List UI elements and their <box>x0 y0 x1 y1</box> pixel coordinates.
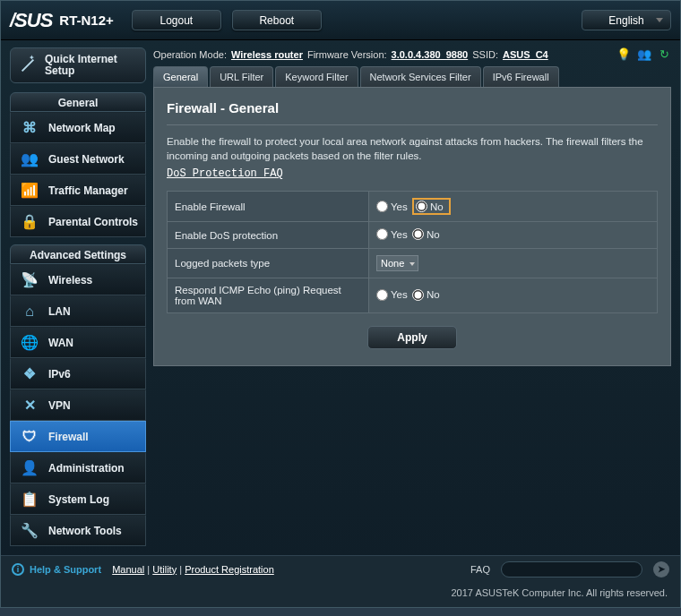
icmp-yes[interactable] <box>376 289 388 301</box>
guest-network-icon: 👥 <box>20 150 39 169</box>
ssid-link[interactable]: ASUS_C4 <box>503 49 548 60</box>
brand-logo: /SUS <box>10 9 52 32</box>
tab-ipv6-firewall[interactable]: IPv6 Firewall <box>483 66 559 87</box>
search-go-button[interactable]: ➤ <box>653 561 669 578</box>
sidebar-item-network-tools[interactable]: 🔧 Network Tools <box>10 515 146 546</box>
language-select[interactable]: English <box>582 10 671 30</box>
utility-link[interactable]: Utility <box>152 564 177 575</box>
sidebar: Quick Internet Setup General ⌘ Network M… <box>10 47 146 546</box>
content-area: Operation Mode: Wireless router Firmware… <box>153 47 671 366</box>
no-label: No <box>427 229 440 240</box>
footer-links: Manual | Utility | Product Registration <box>107 564 274 575</box>
fw-link[interactable]: 3.0.0.4.380_9880 <box>392 49 469 60</box>
sidebar-item-label: Guest Network <box>48 153 125 166</box>
sidebar-item-network-map[interactable]: ⌘ Network Map <box>10 112 146 143</box>
sidebar-item-vpn[interactable]: ✕ VPN <box>10 389 146 421</box>
sidebar-item-wan[interactable]: 🌐 WAN <box>10 327 146 358</box>
model-name: RT-N12+ <box>59 13 113 28</box>
sidebar-item-label: Administration <box>48 462 125 475</box>
icmp-echo-label: Respond ICMP Echo (ping) Request from WA… <box>168 278 369 313</box>
users-icon[interactable]: 👥 <box>637 47 651 61</box>
sidebar-item-administration[interactable]: 👤 Administration <box>10 452 146 483</box>
wan-icon: 🌐 <box>20 333 39 353</box>
sidebar-item-label: Network Map <box>48 122 116 134</box>
product-reg-link[interactable]: Product Registration <box>185 564 274 575</box>
tabs: General URL Filter Keyword Filter Networ… <box>153 66 671 88</box>
refresh-icon[interactable]: ↻ <box>658 47 671 61</box>
sidebar-item-label: VPN <box>48 399 71 412</box>
network-map-icon: ⌘ <box>20 118 39 138</box>
sidebar-item-system-log[interactable]: 📋 System Log <box>10 483 146 515</box>
sidebar-item-label: LAN <box>48 305 71 318</box>
tab-network-services-filter[interactable]: Network Services Filter <box>360 66 481 87</box>
panel-title: Firewall - General <box>167 100 658 125</box>
apply-button[interactable]: Apply <box>367 326 457 349</box>
header-bar: /SUS RT-N12+ Logout Reboot English <box>1 1 680 40</box>
enable-dos-label: Enable DoS protection <box>168 222 369 249</box>
help-support[interactable]: Help & Support <box>30 564 101 575</box>
sidebar-item-wireless[interactable]: 📡 Wireless <box>10 264 146 295</box>
panel-description: Enable the firewall to protect your loca… <box>167 134 658 163</box>
system-log-icon: 📋 <box>20 490 39 509</box>
sidebar-item-lan[interactable]: ⌂ LAN <box>10 295 146 327</box>
sidebar-item-label: WAN <box>48 337 73 349</box>
vpn-icon: ✕ <box>20 396 39 415</box>
sidebar-item-label: Network Tools <box>48 525 122 537</box>
section-advanced: Advanced Settings <box>10 244 146 264</box>
chevron-down-icon <box>656 18 663 22</box>
sidebar-item-label: Firewall <box>48 431 89 443</box>
administration-icon: 👤 <box>20 458 39 478</box>
sidebar-item-label: Traffic Manager <box>48 184 128 197</box>
faq-label: FAQ <box>470 564 490 575</box>
ipv6-icon: ❖ <box>20 364 39 384</box>
sidebar-item-firewall[interactable]: 🛡 Firewall <box>10 421 146 452</box>
enable-dos-no[interactable] <box>412 228 424 240</box>
info-bar: Operation Mode: Wireless router Firmware… <box>153 47 671 61</box>
wireless-icon: 📡 <box>20 270 39 290</box>
logout-button[interactable]: Logout <box>132 10 221 30</box>
enable-firewall-no[interactable] <box>416 201 427 212</box>
faq-search-input[interactable] <box>501 561 642 578</box>
tab-url-filter[interactable]: URL Filter <box>210 66 273 87</box>
sidebar-item-ipv6[interactable]: ❖ IPv6 <box>10 358 146 389</box>
sidebar-item-parental-controls[interactable]: 🔒 Parental Controls <box>10 206 146 237</box>
traffic-manager-icon: 📶 <box>20 181 39 201</box>
network-tools-icon: 🔧 <box>20 521 39 541</box>
lightbulb-icon[interactable]: 💡 <box>616 47 630 61</box>
quick-internet-setup[interactable]: Quick Internet Setup <box>10 47 146 83</box>
logged-packets-label: Logged packets type <box>168 249 369 278</box>
icmp-no[interactable] <box>412 289 424 301</box>
sidebar-item-label: Wireless <box>48 274 92 287</box>
tab-keyword-filter[interactable]: Keyword Filter <box>275 66 358 87</box>
yes-label: Yes <box>391 229 408 240</box>
sidebar-item-label: System Log <box>48 493 109 506</box>
opmode-link[interactable]: Wireless router <box>231 49 303 60</box>
settings-table: Enable Firewall Yes No Enable DoS protec… <box>167 191 658 313</box>
enable-dos-yes[interactable] <box>376 228 388 240</box>
lan-icon: ⌂ <box>20 302 39 321</box>
sidebar-item-label: Parental Controls <box>48 216 138 228</box>
parental-controls-icon: 🔒 <box>20 212 39 232</box>
ssid-label: SSID: <box>472 49 498 60</box>
sidebar-item-traffic-manager[interactable]: 📶 Traffic Manager <box>10 175 146 206</box>
language-label: English <box>608 14 643 27</box>
logged-packets-select[interactable]: None <box>376 255 418 271</box>
sidebar-item-label: IPv6 <box>48 368 71 381</box>
sidebar-item-guest-network[interactable]: 👥 Guest Network <box>10 143 146 175</box>
fw-label: Firmware Version: <box>307 49 387 60</box>
footer-bar: i Help & Support Manual | Utility | Prod… <box>1 555 680 582</box>
manual-link[interactable]: Manual <box>112 564 144 575</box>
enable-firewall-yes[interactable] <box>376 201 388 212</box>
section-general: General <box>10 92 146 112</box>
no-label: No <box>430 201 444 212</box>
yes-label: Yes <box>391 201 408 212</box>
enable-firewall-label: Enable Firewall <box>168 192 369 222</box>
panel: Firewall - General Enable the firewall t… <box>153 88 671 366</box>
copyright: 2017 ASUSTeK Computer Inc. All rights re… <box>1 582 680 607</box>
reboot-button[interactable]: Reboot <box>232 10 322 30</box>
qis-label-2: Setup <box>45 65 117 77</box>
info-icon: i <box>12 563 24 576</box>
dos-faq-link[interactable]: DoS Protection FAQ <box>167 167 283 180</box>
shield-icon: 🛡 <box>20 427 39 447</box>
tab-general[interactable]: General <box>153 66 208 87</box>
